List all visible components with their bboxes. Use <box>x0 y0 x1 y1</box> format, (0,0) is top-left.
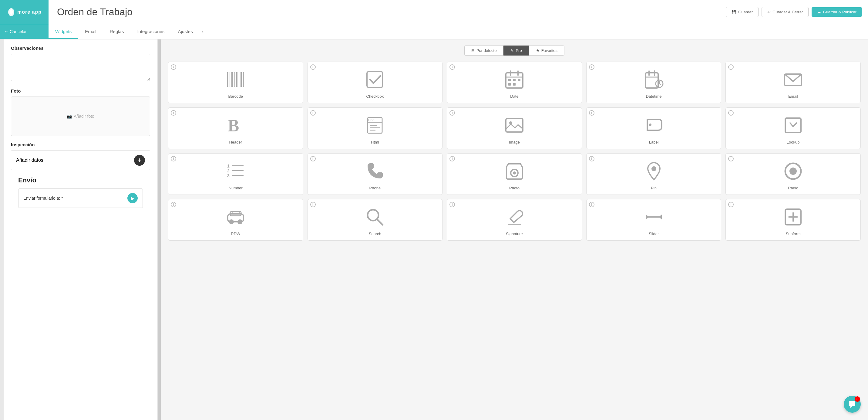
widget-card-subform[interactable]: i Subform <box>725 199 861 241</box>
widget-card-email[interactable]: i Email <box>725 62 861 103</box>
logo-text: more app <box>17 9 41 15</box>
svg-rect-18 <box>513 83 516 86</box>
save-publish-button[interactable]: ☁ Guardar & Publicar <box>812 7 862 17</box>
filter-default-button[interactable]: ⊞ Por defecto <box>464 46 504 56</box>
widget-card-header[interactable]: i B Header <box>168 108 303 149</box>
svg-point-51 <box>238 219 242 224</box>
radio-label: Radio <box>788 186 798 190</box>
widget-card-search[interactable]: i Search <box>308 199 443 241</box>
info-badge-number[interactable]: i <box>171 156 176 161</box>
slider-label: Slider <box>649 232 659 236</box>
info-badge-pin[interactable]: i <box>589 156 594 161</box>
widget-card-html[interactable]: i CSS Html <box>308 108 443 149</box>
tab-ajustes[interactable]: Ajustes <box>171 25 199 39</box>
svg-text:3: 3 <box>227 173 229 178</box>
save-button[interactable]: 💾 Guardar <box>726 7 758 17</box>
tab-integraciones[interactable]: Integraciones <box>130 25 171 39</box>
resize-handle[interactable] <box>158 39 161 420</box>
info-badge-signature[interactable]: i <box>450 202 455 207</box>
info-badge-search[interactable]: i <box>310 202 316 207</box>
info-badge-photo[interactable]: i <box>450 156 455 161</box>
info-badge-label[interactable]: i <box>589 110 594 116</box>
info-badge-checkbox[interactable]: i <box>310 64 316 70</box>
svg-rect-15 <box>513 79 516 81</box>
info-badge-radio[interactable]: i <box>728 156 734 161</box>
widget-card-pin[interactable]: i Pin <box>586 153 721 195</box>
inspeccion-section: Inspección Añadir datos + <box>11 142 150 170</box>
info-badge-email[interactable]: i <box>728 64 734 70</box>
tab-widgets[interactable]: Widgets <box>49 25 78 39</box>
widget-card-date[interactable]: i Date <box>447 62 582 103</box>
left-panel: Observaciones Foto 📷 Añadir foto Inspecc… <box>4 39 157 420</box>
info-badge-phone[interactable]: i <box>310 156 316 161</box>
email-icon <box>781 67 805 92</box>
chat-button[interactable]: 3 <box>844 396 861 413</box>
header-actions: 💾 Guardar ↩ Guardar & Cerrar ☁ Guardar &… <box>726 7 868 17</box>
save-icon: 💾 <box>732 10 736 14</box>
send-form-arrow-button[interactable]: ▶ <box>127 193 138 203</box>
info-badge-html[interactable]: i <box>310 110 316 116</box>
tab-reglas[interactable]: Reglas <box>103 25 131 39</box>
nav-tabs: Widgets Email Reglas Integraciones Ajust… <box>49 24 204 39</box>
widget-card-number[interactable]: i 1 2 3 Number <box>168 153 303 195</box>
collapse-nav-button[interactable]: ‹ <box>202 29 204 34</box>
info-badge-subform[interactable]: i <box>728 202 734 207</box>
add-data-button[interactable]: + <box>134 155 145 166</box>
widget-card-checkbox[interactable]: i Checkbox <box>308 62 443 103</box>
info-badge-header[interactable]: i <box>171 110 176 116</box>
info-badge-rdw[interactable]: i <box>171 202 176 207</box>
pin-icon <box>642 159 666 183</box>
widget-card-barcode[interactable]: i Barcode <box>168 62 303 103</box>
image-label: Image <box>509 140 520 145</box>
tab-email[interactable]: Email <box>78 25 103 39</box>
svg-text:CSS: CSS <box>368 118 375 122</box>
info-badge-date[interactable]: i <box>450 64 455 70</box>
widget-card-rdw[interactable]: i RDW <box>168 199 303 241</box>
widget-card-datetime[interactable]: i Datetime <box>586 62 721 103</box>
svg-rect-17 <box>508 83 511 86</box>
widget-card-phone[interactable]: i Phone <box>308 153 443 195</box>
info-badge-barcode[interactable]: i <box>171 64 176 70</box>
info-badge-image[interactable]: i <box>450 110 455 116</box>
slider-icon <box>642 205 666 229</box>
save-close-button[interactable]: ↩ Guardar & Cerrar <box>762 7 809 17</box>
subform-icon <box>781 205 805 229</box>
svg-text:1: 1 <box>227 163 229 169</box>
svg-line-56 <box>377 219 383 225</box>
label-label: Label <box>649 140 659 145</box>
info-badge-slider[interactable]: i <box>589 202 594 207</box>
inspeccion-row: Añadir datos + <box>11 150 150 170</box>
info-badge-lookup[interactable]: i <box>728 110 734 116</box>
number-label: Number <box>229 186 243 190</box>
observaciones-input[interactable] <box>11 54 150 81</box>
cloud-upload-icon: ☁ <box>817 10 821 14</box>
observaciones-section: Observaciones <box>11 46 150 82</box>
add-data-label: Añadir datos <box>16 157 43 163</box>
phone-label: Phone <box>369 186 381 190</box>
datetime-icon <box>642 67 666 92</box>
filter-pro-button[interactable]: ✎ Pro <box>503 46 529 56</box>
photo-upload-box[interactable]: 📷 Añadir foto <box>11 96 150 136</box>
cancel-button[interactable]: ← ← Cancelar Cancelar <box>4 29 27 34</box>
widget-card-image[interactable]: i Image <box>447 108 582 149</box>
svg-point-50 <box>229 219 234 224</box>
left-scrollbar[interactable] <box>0 39 4 420</box>
header-icon: B <box>223 113 248 138</box>
rdw-label: RDW <box>231 232 240 236</box>
rdw-icon <box>223 205 248 229</box>
envio-title: Envío <box>18 176 143 184</box>
widget-card-label[interactable]: i Label <box>586 108 721 149</box>
widget-card-radio[interactable]: i Radio <box>725 153 861 195</box>
widget-card-signature[interactable]: i Signature <box>447 199 582 241</box>
filter-favoritos-button[interactable]: ★ Favoritos <box>529 46 564 56</box>
email-label: Email <box>788 94 798 99</box>
svg-rect-7 <box>241 72 242 87</box>
widget-card-photo[interactable]: i Photo <box>447 153 582 195</box>
search-label: Search <box>369 232 381 236</box>
widget-card-slider[interactable]: i Slider <box>586 199 721 241</box>
info-badge-datetime[interactable]: i <box>589 64 594 70</box>
svg-point-45 <box>513 172 516 175</box>
pin-label: Pin <box>651 186 657 190</box>
datetime-label: Datetime <box>646 94 662 99</box>
widget-card-lookup[interactable]: i Lookup <box>725 108 861 149</box>
